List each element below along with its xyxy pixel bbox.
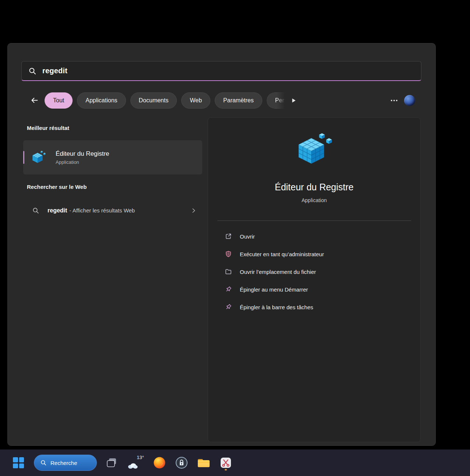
web-search-suffix: - Afficher les résultats Web	[69, 207, 135, 214]
best-match-subtitle: Application	[56, 159, 109, 165]
tab-settings[interactable]: Paramètres	[215, 92, 262, 109]
tab-web[interactable]: Web	[181, 92, 210, 109]
preview-title: Éditeur du Registre	[208, 182, 420, 193]
action-pin-to-taskbar-label: Épingler à la barre des tâches	[240, 304, 313, 310]
back-button[interactable]	[29, 95, 40, 106]
admin-shield-icon	[225, 250, 232, 258]
web-search-result[interactable]: regedit- Afficher les résultats Web	[23, 201, 202, 220]
scissors-icon	[220, 457, 232, 469]
task-view-button[interactable]	[104, 455, 119, 471]
tab-documents-label: Documents	[139, 97, 169, 104]
web-search-heading: Rechercher sur le Web	[27, 184, 87, 190]
tab-people-clipped[interactable]: Pers	[267, 92, 285, 109]
taskbar-search-label: Recherche	[50, 460, 77, 466]
registry-editor-icon	[31, 151, 46, 165]
snipping-tool-button[interactable]	[218, 455, 233, 471]
folder-icon	[197, 457, 210, 468]
lock-icon	[175, 456, 188, 469]
tab-people-label: Pers	[275, 97, 285, 104]
task-view-icon	[106, 458, 117, 468]
filter-tabs-row: Tout Applications Documents Web Paramètr…	[29, 92, 415, 109]
pin-icon	[225, 303, 232, 311]
pin-icon	[225, 286, 232, 293]
taskbar-search-icon	[40, 459, 47, 466]
web-search-icon	[32, 207, 39, 214]
web-search-text: regedit- Afficher les résultats Web	[48, 207, 182, 214]
best-match-result-registry-editor[interactable]: Éditeur du Registre Application	[23, 140, 202, 174]
search-flyout-panel: regedit Tout Applications Documents Web …	[7, 43, 436, 446]
cloud-icon	[127, 462, 138, 469]
action-run-as-admin[interactable]: Exécuter en tant qu’administrateur	[208, 245, 420, 263]
action-open-file-location-label: Ouvrir l’emplacement du fichier	[240, 269, 316, 275]
tab-all-label: Tout	[53, 97, 64, 104]
search-input[interactable]: regedit	[21, 61, 421, 81]
tab-all[interactable]: Tout	[45, 92, 73, 109]
firefox-button[interactable]	[152, 455, 167, 471]
search-icon	[28, 67, 36, 75]
tab-settings-label: Paramètres	[223, 97, 254, 104]
action-open-file-location[interactable]: Ouvrir l’emplacement du fichier	[208, 263, 420, 281]
result-preview-panel: Éditeur du Registre Application Ouvrir	[208, 117, 421, 442]
user-avatar[interactable]	[404, 95, 415, 106]
weather-widget-button[interactable]: 13°	[126, 454, 145, 472]
tab-applications-label: Applications	[85, 97, 117, 104]
action-pin-to-taskbar[interactable]: Épingler à la barre des tâches	[208, 298, 420, 316]
best-match-heading: Meilleur résultat	[27, 125, 69, 131]
open-external-icon	[225, 233, 232, 240]
preview-divider	[217, 221, 411, 221]
action-run-as-admin-label: Exécuter en tant qu’administrateur	[240, 251, 324, 257]
taskbar: Recherche 13°	[0, 449, 470, 476]
tab-documents[interactable]: Documents	[130, 92, 177, 109]
chevron-right-icon	[190, 207, 197, 214]
file-explorer-button[interactable]	[196, 455, 211, 471]
best-match-title: Éditeur du Registre	[56, 150, 109, 158]
action-open-label: Ouvrir	[240, 233, 255, 240]
keepass-button[interactable]	[174, 455, 189, 471]
tab-applications[interactable]: Applications	[77, 92, 126, 109]
preview-subtitle: Application	[208, 197, 420, 203]
taskbar-search-button[interactable]: Recherche	[34, 455, 97, 471]
tab-web-label: Web	[190, 97, 202, 104]
preview-actions-list: Ouvrir Exécuter en tant qu’administrateu…	[208, 228, 420, 316]
action-open[interactable]: Ouvrir	[208, 228, 420, 245]
search-query-text: regedit	[42, 67, 67, 75]
firefox-icon	[153, 456, 166, 469]
action-pin-to-start-label: Épingler au menu Démarrer	[240, 286, 308, 293]
scroll-tabs-right-button[interactable]	[290, 96, 298, 105]
start-button[interactable]	[10, 455, 27, 471]
running-app-indicator	[225, 469, 227, 470]
folder-icon	[225, 268, 232, 275]
registry-editor-icon-large	[296, 133, 333, 168]
web-search-query: regedit	[48, 207, 67, 214]
weather-temperature: 13°	[137, 455, 144, 460]
best-match-text: Éditeur du Registre Application	[56, 150, 109, 165]
windows-logo-icon	[13, 457, 24, 468]
action-pin-to-start[interactable]: Épingler au menu Démarrer	[208, 281, 420, 298]
more-options-button[interactable]	[389, 95, 400, 106]
